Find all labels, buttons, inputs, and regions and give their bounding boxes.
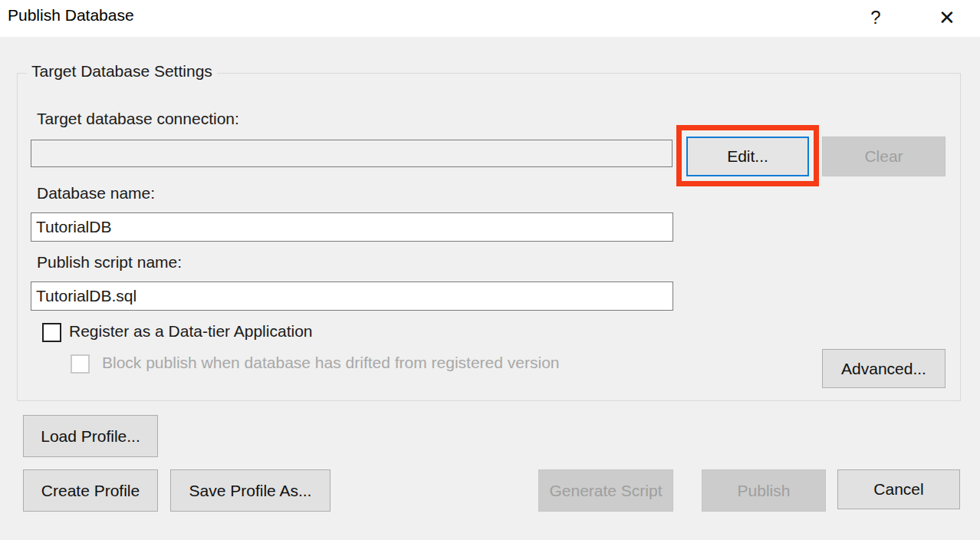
target-connection-input[interactable] [31,140,673,167]
publish-script-name-label: Publish script name: [37,253,182,272]
publish-database-dialog: Publish Database ? ✕ Target Database Set… [0,0,980,540]
publish-button[interactable]: Publish [702,469,826,512]
close-icon[interactable]: ✕ [926,0,968,35]
register-datatier-label[interactable]: Register as a Data-tier Application [69,322,313,341]
help-icon[interactable]: ? [859,0,893,35]
load-profile-button[interactable]: Load Profile... [23,415,158,457]
clear-button[interactable]: Clear [822,137,945,176]
database-name-input[interactable] [31,212,673,242]
publish-script-name-input[interactable] [31,282,673,311]
group-legend: Target Database Settings [27,62,217,81]
title-bar: Publish Database ? ✕ [0,0,980,37]
target-connection-label: Target database connection: [37,110,239,128]
dialog-title: Publish Database [8,6,134,25]
register-datatier-checkbox[interactable] [42,323,61,342]
cancel-button[interactable]: Cancel [837,469,960,509]
advanced-button[interactable]: Advanced... [822,349,945,388]
database-name-label: Database name: [37,184,155,202]
block-drift-label: Block publish when database has drifted … [102,354,560,372]
save-profile-as-button[interactable]: Save Profile As... [170,469,331,512]
generate-script-button[interactable]: Generate Script [538,469,673,512]
create-profile-button[interactable]: Create Profile [23,469,158,512]
block-drift-checkbox [71,354,90,374]
edit-button[interactable]: Edit... [686,137,809,176]
